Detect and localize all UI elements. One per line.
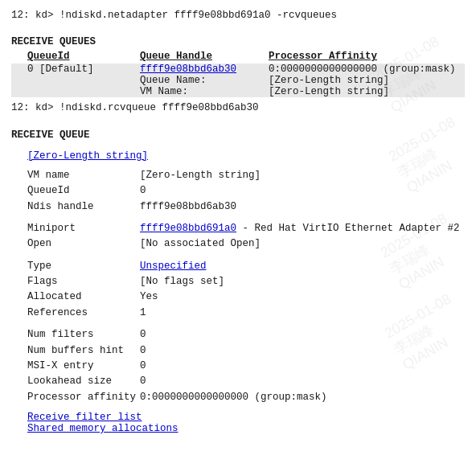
rq-allocated-label: Allocated <box>27 289 140 305</box>
rq-flags-value: [No flags set] <box>140 274 465 289</box>
rq-numbuffers-value: 0 <box>140 343 465 359</box>
queue-name-spacer <box>27 75 140 86</box>
rq-miniport-value: ffff9e08bbd691a0 - Red Hat VirtIO Ethern… <box>140 221 465 236</box>
rq-row-queueid: QueueId 0 <box>11 183 465 199</box>
rq-row-type: Type Unspecified <box>11 259 465 274</box>
queue-name-value: [Zero-Length string] <box>269 75 465 86</box>
receive-filter-link-container: Receive filter list <box>27 412 465 423</box>
rq-numfilters-value: 0 <box>140 327 465 343</box>
queue-handle-cell: ffff9e08bbd6ab30 <box>140 64 269 75</box>
rq-miniport-label: Miniport <box>27 221 140 236</box>
rq-references-value: 1 <box>140 306 465 321</box>
vm-name-value: [Zero-Length string] <box>269 86 465 97</box>
rq-procaffinity-label: Processor affinity <box>27 390 140 405</box>
rq-type-value: Unspecified <box>140 259 465 274</box>
rq-row-procaffinity: Processor affinity 0:0000000000000000 (g… <box>11 390 465 405</box>
rq-ndishandle-label: Ndis handle <box>27 199 140 215</box>
rq-fields-group2: Miniport ffff9e08bbd691a0 - Red Hat Virt… <box>11 221 465 252</box>
vm-name-label: VM Name: <box>140 86 269 97</box>
rq-row-flags: Flags [No flags set] <box>11 274 465 289</box>
queue-handle-link[interactable]: ffff9e08bbd6ab30 <box>140 64 236 75</box>
rq-row-references: References 1 <box>11 306 465 321</box>
section1-header: RECEIVE QUEUES <box>11 36 465 47</box>
table-header-row: QueueId Queue Handle Processor Affinity <box>11 51 465 62</box>
section2-header: RECEIVE QUEUE <box>11 129 465 141</box>
rq-vmname-value: [Zero-Length string] <box>140 168 465 183</box>
rq-title-link[interactable]: [Zero-Length string] <box>27 150 148 162</box>
vm-name-spacer <box>27 86 140 97</box>
rq-procaffinity-value: 0:0000000000000000 (group:mask) <box>140 390 465 405</box>
rq-row-open: Open [No associated Open] <box>11 236 465 252</box>
rq-numbuffers-label: Num buffers hint <box>27 343 140 359</box>
col-header-queueid: QueueId <box>27 51 140 62</box>
shared-memory-link-container: Shared memory allocations <box>27 423 465 434</box>
queue-name-label: Queue Name: <box>140 75 269 86</box>
col-header-affinity: Processor Affinity <box>269 51 465 62</box>
command-1: 12: kd> !ndiskd.netadapter ffff9e08bbd69… <box>11 8 465 23</box>
rq-msix-label: MSI-X entry <box>27 359 140 374</box>
shared-memory-link[interactable]: Shared memory allocations <box>27 423 178 434</box>
rq-lookahead-label: Lookahead size <box>27 374 140 389</box>
receive-filter-link[interactable]: Receive filter list <box>27 412 142 423</box>
rq-fields-group3: Type Unspecified Flags [No flags set] Al… <box>11 259 465 322</box>
rq-miniport-link[interactable]: ffff9e08bbd691a0 <box>140 223 236 234</box>
rq-row-lookahead: Lookahead size 0 <box>11 374 465 389</box>
rq-allocated-value: Yes <box>140 289 465 305</box>
rq-queueid-label: QueueId <box>27 183 140 199</box>
rq-fields-group4: Num filters 0 Num buffers hint 0 MSI-X e… <box>11 327 465 405</box>
rq-fields-group1: VM name [Zero-Length string] QueueId 0 N… <box>11 168 465 215</box>
rq-row-vmname: VM name [Zero-Length string] <box>11 168 465 183</box>
rq-miniport-text: - Red Hat VirtIO Ethernet Adapter #2 <box>236 223 460 234</box>
rq-row-msix: MSI-X entry 0 <box>11 359 465 374</box>
queue-affinity-cell: 0:0000000000000000 (group:mask) <box>269 64 465 75</box>
rq-open-label: Open <box>27 236 140 252</box>
table-row-vmname: VM Name: [Zero-Length string] <box>11 86 465 97</box>
queue-id-cell: 0 [Default] <box>27 64 140 75</box>
rq-row-miniport: Miniport ffff9e08bbd691a0 - Red Hat Virt… <box>11 221 465 236</box>
col-header-handle: Queue Handle <box>140 51 269 62</box>
rq-vmname-label: VM name <box>27 168 140 183</box>
rq-lookahead-value: 0 <box>140 374 465 389</box>
queue-table-section: 0 [Default] ffff9e08bbd6ab30 0:000000000… <box>11 64 465 97</box>
rq-title-container: [Zero-Length string] <box>11 150 465 162</box>
rq-flags-label: Flags <box>27 274 140 289</box>
rq-row-allocated: Allocated Yes <box>11 289 465 305</box>
rq-open-value: [No associated Open] <box>140 236 465 252</box>
table-row-qname: Queue Name: [Zero-Length string] <box>11 75 465 86</box>
rq-references-label: References <box>27 306 140 321</box>
command-2: 12: kd> !ndiskd.rcvqueue ffff9e08bbd6ab3… <box>11 101 465 116</box>
rq-ndishandle-value: ffff9e08bbd6ab30 <box>140 199 465 215</box>
table-row-0: 0 [Default] ffff9e08bbd6ab30 0:000000000… <box>11 64 465 75</box>
bottom-links: Receive filter list Shared memory alloca… <box>11 412 465 434</box>
rq-queueid-value: 0 <box>140 183 465 199</box>
rq-type-link[interactable]: Unspecified <box>140 261 207 272</box>
rq-row-ndishandle: Ndis handle ffff9e08bbd6ab30 <box>11 199 465 215</box>
rq-numfilters-label: Num filters <box>27 327 140 343</box>
rq-msix-value: 0 <box>140 359 465 374</box>
rq-row-numfilters: Num filters 0 <box>11 327 465 343</box>
rq-type-label: Type <box>27 259 140 274</box>
rq-row-numbuffers: Num buffers hint 0 <box>11 343 465 359</box>
